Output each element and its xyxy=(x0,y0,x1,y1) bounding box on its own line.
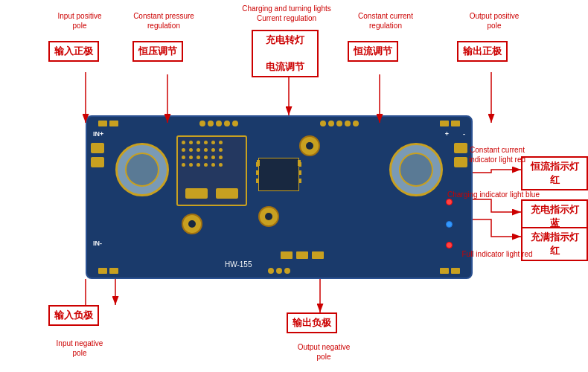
input-negative-cn: 输入负极 xyxy=(54,309,93,322)
constant-pressure-label: Constant pressure regulation xyxy=(127,11,201,31)
input-positive-box: 输入正极 xyxy=(48,41,99,62)
constant-pressure-chinese: 恒压调节 xyxy=(138,45,177,58)
input-negative-box: 输入负极 xyxy=(48,305,99,326)
constant-current-label: Constant current regulation xyxy=(345,11,426,31)
charging-indicator-label: Charging indicator light blue xyxy=(438,190,549,199)
constant-current-cn: 恒流调节 xyxy=(354,45,392,58)
out-minus-label: - xyxy=(463,130,465,138)
charging-turning-box: 充电转灯 电流调节 xyxy=(252,30,319,77)
constant-pressure-box: 恒压调节 xyxy=(132,41,183,62)
in-minus-label: IN- xyxy=(93,240,102,247)
pcb-board: IN+ IN- xyxy=(86,115,473,279)
charging-turning-chinese: 充电转灯 xyxy=(258,33,313,47)
current-regulation-chinese: 电流调节 xyxy=(258,60,313,74)
full-indicator-label: Full indicator light red xyxy=(445,249,549,259)
output-positive-box: 输出正极 xyxy=(457,41,508,62)
output-negative-label: Output negative pole xyxy=(287,342,361,362)
charging-indicator-cn: 充电指示灯蓝 xyxy=(527,203,582,230)
output-positive-label: Output positive pole xyxy=(457,11,531,31)
constant-current-box: 恒流调节 xyxy=(348,41,398,62)
in-plus-label: IN+ xyxy=(93,130,103,138)
cc-indicator-label: Constant current indicator light red xyxy=(445,145,549,164)
input-positive-label: Input positive pole xyxy=(46,11,113,31)
output-negative-box: 输出负极 xyxy=(287,312,337,333)
input-positive-chinese: 输入正极 xyxy=(54,45,93,58)
output-negative-cn: 输出负极 xyxy=(293,316,331,330)
out-plus-label: + xyxy=(445,130,449,138)
output-positive-cn: 输出正极 xyxy=(463,45,502,58)
input-negative-label: Input negative pole xyxy=(46,339,113,358)
diagram-container: IN+ IN- xyxy=(0,0,588,372)
charging-turning-label: Charging and turning lights Current regu… xyxy=(216,4,357,23)
